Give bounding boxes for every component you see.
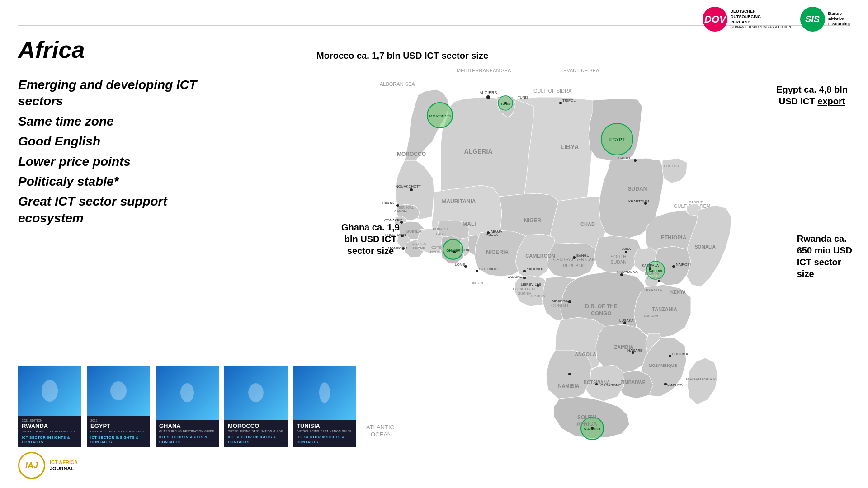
svg-text:GUINEA: GUINEA xyxy=(406,229,422,234)
svg-text:TRIPOLI: TRIPOLI xyxy=(562,99,576,103)
svg-text:BURUNDI: BURUNDI xyxy=(647,277,662,280)
page-title: Africa xyxy=(18,36,222,63)
svg-text:JUBA: JUBA xyxy=(622,247,631,251)
svg-text:EQUATORIAL: EQUATORIAL xyxy=(513,287,536,291)
svg-text:NAIROBI: NAIROBI xyxy=(676,263,691,267)
bullet-item-3: Good English xyxy=(18,133,222,150)
svg-text:MAPUTO: MAPUTO xyxy=(667,383,683,387)
svg-text:RWANDA: RWANDA xyxy=(645,272,659,275)
svg-text:CAIRO: CAIRO xyxy=(618,156,630,160)
svg-text:MOROCCO: MOROCCO xyxy=(429,114,451,118)
svg-text:LEVANTINE SEA: LEVANTINE SEA xyxy=(561,68,599,73)
book-rwanda: 2021 EDITION RWANDA OUTSOURCING DESTINAT… xyxy=(18,366,81,447)
book-map-icon xyxy=(242,379,269,406)
svg-text:CONGO: CONGO xyxy=(551,303,568,308)
svg-text:GABON: GABON xyxy=(531,294,546,298)
svg-text:YAOUNDE: YAOUNDE xyxy=(507,275,525,279)
svg-text:ACCRA: ACCRA xyxy=(457,248,470,252)
map-area: ALBORAN SEA MEDITERRANEAN SEA LEVANTINE … xyxy=(271,27,868,488)
svg-text:DODOMA: DODOMA xyxy=(672,352,689,356)
svg-text:BOTSWANA: BOTSWANA xyxy=(584,380,610,385)
morocco-label: Morocco ca. 1,7 bln USD ICT sector size xyxy=(316,50,488,61)
svg-text:ZIMBABWE: ZIMBABWE xyxy=(621,380,646,385)
svg-text:MOROCCO: MOROCCO xyxy=(397,151,426,157)
iaj-icon: IAJ xyxy=(18,452,45,479)
svg-text:D.R. OF THE: D.R. OF THE xyxy=(585,303,617,310)
svg-text:COTONOU: COTONOU xyxy=(479,267,498,271)
svg-point-30 xyxy=(410,188,413,191)
svg-text:EGYPT: EGYPT xyxy=(609,137,625,142)
svg-text:ALGIERS: ALGIERS xyxy=(479,90,497,95)
svg-point-26 xyxy=(504,102,507,104)
svg-text:ALGERIA: ALGERIA xyxy=(464,148,493,155)
svg-text:TUNIS: TUNIS xyxy=(518,95,528,99)
svg-text:ABUJA: ABUJA xyxy=(486,233,498,237)
book-info: 2022 EGYPT OUTSOURCING DESTINATION GUIDE… xyxy=(87,416,150,447)
svg-text:LUSAKA: LUSAKA xyxy=(619,319,634,323)
bullet-item-4: Lower price points xyxy=(18,154,222,170)
svg-text:ALBORAN SEA: ALBORAN SEA xyxy=(380,81,415,87)
svg-text:CONGO: CONGO xyxy=(591,310,611,317)
svg-text:LIBREVILLE: LIBREVILLE xyxy=(521,282,541,286)
svg-point-46 xyxy=(453,251,456,253)
left-panel: Africa Emerging and developing ICT secto… xyxy=(18,36,222,244)
svg-text:SOUTH: SOUTH xyxy=(611,254,627,259)
svg-text:MOZAMBIQUE: MOZAMBIQUE xyxy=(649,363,677,368)
svg-text:ETHIOPIA: ETHIOPIA xyxy=(661,235,687,241)
svg-point-56 xyxy=(658,280,660,282)
bullet-item-5: Politicaly stable* xyxy=(18,174,222,190)
bullet-item-6: Great ICT sector support ecosystem xyxy=(18,193,222,226)
svg-point-2 xyxy=(180,383,194,402)
svg-text:N'DJAMENA: N'DJAMENA xyxy=(617,270,638,274)
svg-text:CAMEROON: CAMEROON xyxy=(525,253,555,258)
bullet-item-1: Emerging and developing ICT sectors xyxy=(18,77,222,110)
svg-text:NIGERIA: NIGERIA xyxy=(486,249,509,255)
svg-point-28 xyxy=(559,102,562,104)
svg-text:BURKINA: BURKINA xyxy=(433,227,449,231)
dov-text: DEUTSCHER OUTSOURCING VERBAND GERMAN OUT… xyxy=(730,9,791,29)
svg-text:DAKAR: DAKAR xyxy=(382,201,395,205)
svg-text:SUDAN: SUDAN xyxy=(628,186,647,192)
svg-text:FASO: FASO xyxy=(436,232,445,236)
svg-text:UGANDA: UGANDA xyxy=(644,288,662,292)
svg-text:SOUTH: SOUTH xyxy=(577,414,596,421)
egypt-label: Egypt ca. 4,8 blnUSD ICT export xyxy=(776,84,848,107)
svg-text:GUINEA: GUINEA xyxy=(518,291,532,296)
svg-text:DJIBOUTI: DJIBOUTI xyxy=(689,201,703,204)
svg-text:KAMPALA: KAMPALA xyxy=(642,263,659,267)
svg-text:D'IVOIRE: D'IVOIRE xyxy=(429,250,444,254)
svg-text:ATLANTIC: ATLANTIC xyxy=(366,424,394,431)
svg-text:OCEAN: OCEAN xyxy=(371,431,392,438)
iaj-logo: IAJ ICT AFRICA JOURNAL xyxy=(18,452,78,479)
svg-point-1 xyxy=(110,381,127,400)
svg-text:NAMIBIA: NAMIBIA xyxy=(558,383,579,389)
book-info: 2021 EDITION RWANDA OUTSOURCING DESTINAT… xyxy=(18,416,81,447)
svg-point-52 xyxy=(625,251,627,253)
svg-point-48 xyxy=(523,270,526,272)
rwanda-label: Rwanda ca. 650 mio USD ICT sector size xyxy=(797,233,852,280)
svg-text:AFRICA: AFRICA xyxy=(576,421,597,427)
book-ghana: GHANA OUTSOURCING DESTINATION GUIDE ICT … xyxy=(156,366,219,447)
svg-text:MALAWI: MALAWI xyxy=(644,314,658,318)
bullet-item-2: Same time zone xyxy=(18,113,222,130)
svg-text:LOME: LOME xyxy=(455,263,465,267)
svg-text:KINSHASA: KINSHASA xyxy=(552,299,570,303)
svg-text:BENIN: BENIN xyxy=(472,281,483,285)
svg-point-70 xyxy=(591,427,594,430)
svg-text:LIBYA: LIBYA xyxy=(561,143,579,150)
svg-text:NOUAKCHOTT: NOUAKCHOTT xyxy=(396,184,421,188)
svg-text:SUDAN: SUDAN xyxy=(610,260,626,265)
book-map-icon xyxy=(105,377,132,404)
iaj-text: ICT AFRICA JOURNAL xyxy=(50,459,78,472)
svg-text:CENTRAL AFRICAN: CENTRAL AFRICAN xyxy=(553,257,595,262)
svg-point-66 xyxy=(669,355,671,357)
book-map-icon xyxy=(36,377,63,404)
svg-point-77 xyxy=(476,270,478,272)
svg-text:SOMALIA: SOMALIA xyxy=(695,244,716,249)
svg-point-24 xyxy=(486,95,490,99)
svg-point-54 xyxy=(649,267,651,270)
svg-point-68 xyxy=(664,383,667,385)
svg-text:NIGER: NIGER xyxy=(524,217,541,224)
book-info: GHANA OUTSOURCING DESTINATION GUIDE ICT … xyxy=(156,420,219,447)
svg-point-65 xyxy=(568,373,571,375)
